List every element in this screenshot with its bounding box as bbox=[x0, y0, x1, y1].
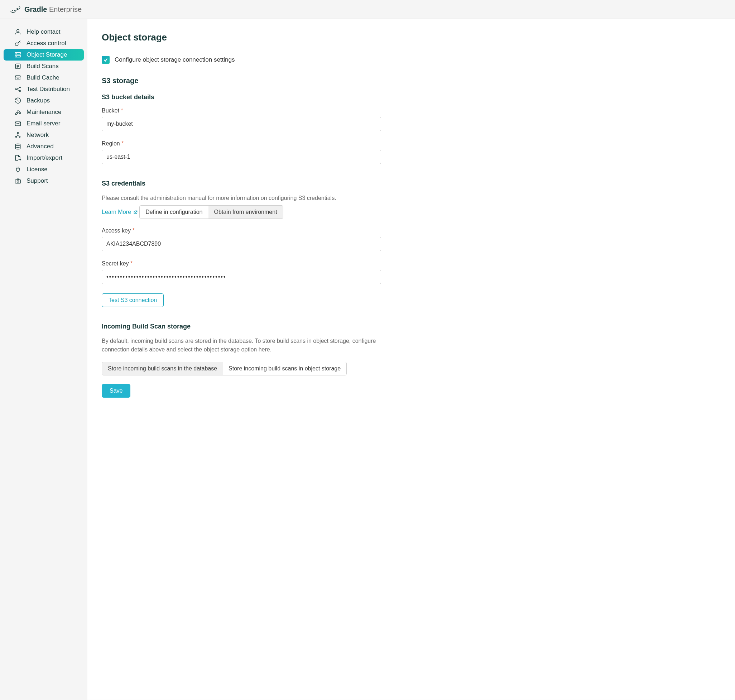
sidebar-item-label: Object Storage bbox=[26, 51, 67, 58]
access-key-label: Access key * bbox=[102, 228, 381, 234]
sidebar-item-label: Import/export bbox=[26, 154, 62, 162]
incoming-storage-toggle: Store incoming build scans in the databa… bbox=[102, 362, 347, 375]
history-icon bbox=[14, 97, 22, 104]
incoming-db-button[interactable]: Store incoming build scans in the databa… bbox=[102, 362, 223, 375]
sidebar-item-license[interactable]: License bbox=[4, 164, 84, 175]
sidebar-item-label: Build Scans bbox=[26, 63, 59, 70]
s3-heading: S3 storage bbox=[102, 76, 381, 85]
check-icon bbox=[103, 57, 108, 62]
sidebar-item-label: Network bbox=[26, 131, 49, 139]
camera-icon bbox=[14, 177, 22, 184]
bucket-label: Bucket * bbox=[102, 107, 381, 114]
sidebar-item-label: Advanced bbox=[26, 143, 54, 150]
cred-mode-env-button[interactable]: Obtain from environment bbox=[209, 206, 283, 219]
learn-more-link[interactable]: Learn More bbox=[102, 209, 138, 215]
cred-mode-define-button[interactable]: Define in configuration bbox=[140, 206, 208, 219]
sidebar-item-label: Email server bbox=[26, 120, 60, 127]
svg-point-4 bbox=[16, 53, 16, 53]
sidebar-item-advanced[interactable]: Advanced bbox=[4, 141, 84, 152]
region-label: Region * bbox=[102, 140, 381, 147]
sidebar-item-build-scans[interactable]: Build Scans bbox=[4, 60, 84, 72]
sidebar-item-label: Build Cache bbox=[26, 74, 59, 81]
svg-rect-29 bbox=[15, 180, 21, 184]
archive-icon bbox=[14, 74, 22, 81]
svg-rect-2 bbox=[15, 52, 21, 54]
test-s3-connection-button[interactable]: Test S3 connection bbox=[102, 293, 164, 307]
nodes-icon bbox=[14, 85, 22, 93]
save-button[interactable]: Save bbox=[102, 384, 130, 398]
svg-rect-10 bbox=[15, 76, 20, 77]
sidebar-item-label: Access control bbox=[26, 40, 66, 47]
configure-checkbox[interactable] bbox=[102, 56, 110, 64]
incoming-obj-button[interactable]: Store incoming build scans in object sto… bbox=[223, 362, 346, 375]
user-icon bbox=[14, 28, 22, 35]
sidebar-item-label: Test Distribution bbox=[26, 85, 70, 93]
sidebar-item-maintenance[interactable]: Maintenance bbox=[4, 106, 84, 118]
brand-text: Gradle Enterprise bbox=[24, 5, 82, 13]
access-key-input[interactable] bbox=[102, 237, 381, 251]
svg-line-15 bbox=[16, 88, 19, 89]
page-title: Object storage bbox=[102, 32, 381, 43]
sidebar-item-object-storage[interactable]: Object Storage bbox=[4, 49, 84, 60]
sidebar-item-label: Support bbox=[26, 177, 48, 184]
key-icon bbox=[14, 40, 22, 47]
configure-checkbox-label: Configure object storage connection sett… bbox=[115, 56, 235, 63]
list-icon bbox=[14, 63, 22, 70]
wrench-icon bbox=[14, 109, 22, 116]
svg-point-1 bbox=[15, 43, 18, 46]
secret-key-input[interactable] bbox=[102, 270, 381, 284]
svg-line-16 bbox=[16, 89, 19, 91]
svg-point-13 bbox=[19, 87, 21, 88]
sidebar-item-import-export[interactable]: Import/export bbox=[4, 152, 84, 164]
network-icon bbox=[14, 131, 22, 139]
svg-point-14 bbox=[19, 90, 21, 91]
incoming-help-text: By default, incoming build scans are sto… bbox=[102, 337, 381, 354]
main-content: Object storage Configure object storage … bbox=[87, 19, 735, 700]
svg-point-30 bbox=[17, 181, 19, 182]
sidebar-item-support[interactable]: Support bbox=[4, 175, 84, 187]
svg-line-22 bbox=[16, 135, 18, 137]
incoming-heading: Incoming Build Scan storage bbox=[102, 323, 381, 330]
svg-point-24 bbox=[15, 144, 20, 146]
bucket-input[interactable] bbox=[102, 117, 381, 131]
sidebar-item-help-contact[interactable]: Help contact bbox=[4, 26, 84, 38]
app-header: Gradle Enterprise bbox=[0, 0, 735, 19]
svg-line-23 bbox=[18, 135, 19, 137]
svg-point-5 bbox=[16, 56, 16, 57]
svg-point-18 bbox=[17, 132, 18, 134]
sidebar-item-email-server[interactable]: Email server bbox=[4, 118, 84, 129]
credentials-help-text: Please consult the administration manual… bbox=[102, 194, 381, 202]
svg-point-12 bbox=[15, 88, 16, 90]
sidebar-nav: Help contact Access control Object Stora… bbox=[0, 19, 87, 700]
sidebar-item-label: Backups bbox=[26, 97, 50, 104]
sidebar-item-test-distribution[interactable]: Test Distribution bbox=[4, 84, 84, 95]
gradle-logo-icon bbox=[10, 5, 21, 13]
plug-icon bbox=[14, 166, 22, 173]
sidebar-item-access-control[interactable]: Access control bbox=[4, 38, 84, 49]
file-export-icon bbox=[14, 154, 22, 162]
sidebar-item-backups[interactable]: Backups bbox=[4, 95, 84, 106]
sidebar-item-label: Maintenance bbox=[26, 109, 61, 116]
svg-rect-3 bbox=[15, 56, 21, 57]
external-link-icon bbox=[133, 210, 138, 215]
database-icon bbox=[14, 143, 22, 150]
svg-point-0 bbox=[17, 29, 19, 32]
storage-icon bbox=[14, 51, 22, 58]
s3-credentials-heading: S3 credentials bbox=[102, 180, 381, 187]
credential-mode-toggle: Define in configuration Obtain from envi… bbox=[139, 205, 283, 219]
region-input[interactable] bbox=[102, 150, 381, 164]
sidebar-item-network[interactable]: Network bbox=[4, 129, 84, 141]
secret-key-label: Secret key * bbox=[102, 260, 381, 267]
sidebar-item-label: Help contact bbox=[26, 28, 60, 35]
mail-icon bbox=[14, 120, 22, 127]
sidebar-item-label: License bbox=[26, 166, 48, 173]
s3-bucket-details-heading: S3 bucket details bbox=[102, 94, 381, 101]
sidebar-item-build-cache[interactable]: Build Cache bbox=[4, 72, 84, 84]
